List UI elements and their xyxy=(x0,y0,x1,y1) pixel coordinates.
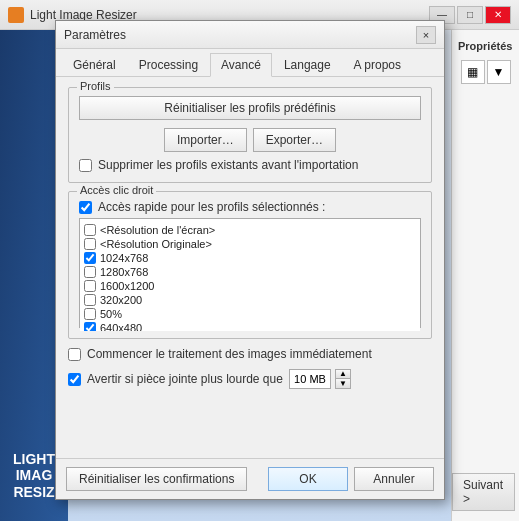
profile-label-7: 640x480 xyxy=(100,322,142,331)
dialog-content: Profils Réinitialiser les profils prédéf… xyxy=(56,77,444,458)
profile-label-5: 320x200 xyxy=(100,294,142,306)
size-input[interactable] xyxy=(289,369,331,389)
acces-group-label: Accès clic droit xyxy=(77,184,156,196)
reset-confirmations-button[interactable]: Réinitialiser les confirmations xyxy=(66,467,247,491)
avertir-row: Avertir si pièce jointe plus lourde que … xyxy=(68,369,432,389)
profile-label-3: 1280x768 xyxy=(100,266,148,278)
profile-label-2: 1024x768 xyxy=(100,252,148,264)
tab-general[interactable]: Général xyxy=(62,53,127,76)
settings-dialog: Paramètres × Général Processing Avancé L… xyxy=(55,20,445,500)
list-item: 50% xyxy=(82,307,418,321)
profile-checkbox-2[interactable] xyxy=(84,252,96,264)
list-item: 320x200 xyxy=(82,293,418,307)
export-button[interactable]: Exporter… xyxy=(253,128,336,152)
list-item: 1280x768 xyxy=(82,265,418,279)
list-item: 1600x1200 xyxy=(82,279,418,293)
profile-label-4: 1600x1200 xyxy=(100,280,154,292)
profile-list-container: <Résolution de l'écran> <Résolution Orig… xyxy=(79,218,421,328)
tab-bar: Général Processing Avancé Langage A prop… xyxy=(56,49,444,77)
ok-button[interactable]: OK xyxy=(268,467,348,491)
profile-checkbox-7[interactable] xyxy=(84,322,96,331)
suppress-profiles-row: Supprimer les profils existants avant l'… xyxy=(79,158,421,172)
dialog-close-button[interactable]: × xyxy=(416,26,436,44)
size-spinner: ▲ ▼ xyxy=(289,369,351,389)
dialog-title: Paramètres xyxy=(64,28,416,42)
acces-rapide-label: Accès rapide pour les profils sélectionn… xyxy=(98,200,325,214)
profile-checkbox-4[interactable] xyxy=(84,280,96,292)
tab-langage[interactable]: Langage xyxy=(273,53,342,76)
spin-up-button[interactable]: ▲ xyxy=(336,370,350,379)
profile-label-1: <Résolution Originale> xyxy=(100,238,212,250)
maximize-button[interactable]: □ xyxy=(457,6,483,24)
view-icon-1[interactable]: ▦ xyxy=(461,60,485,84)
view-icon-2[interactable]: ▼ xyxy=(487,60,511,84)
right-panel: Propriétés ▦ ▼ Suivant > xyxy=(451,30,519,521)
app-close-button[interactable]: ✕ xyxy=(485,6,511,24)
properties-header: Propriétés xyxy=(452,38,519,54)
profils-group: Profils Réinitialiser les profils prédéf… xyxy=(68,87,432,183)
list-item: 640x480 xyxy=(82,321,418,331)
list-item: 1024x768 xyxy=(82,251,418,265)
list-item: <Résolution de l'écran> xyxy=(82,223,418,237)
acces-rapide-row: Accès rapide pour les profils sélectionn… xyxy=(79,200,421,214)
traitement-immediat-row: Commencer le traitement des images imméd… xyxy=(68,347,432,361)
avertir-label: Avertir si pièce jointe plus lourde que xyxy=(87,372,283,386)
right-icon-row: ▦ ▼ xyxy=(457,58,515,86)
spinner-buttons: ▲ ▼ xyxy=(335,369,351,389)
import-button[interactable]: Importer… xyxy=(164,128,247,152)
traitement-immediat-checkbox[interactable] xyxy=(68,348,81,361)
dialog-titlebar: Paramètres × xyxy=(56,21,444,49)
cancel-button[interactable]: Annuler xyxy=(354,467,434,491)
import-export-row: Importer… Exporter… xyxy=(79,128,421,152)
spin-down-button[interactable]: ▼ xyxy=(336,379,350,388)
acces-clic-droit-group: Accès clic droit Accès rapide pour les p… xyxy=(68,191,432,339)
traitement-immediat-label: Commencer le traitement des images imméd… xyxy=(87,347,372,361)
tab-apropos[interactable]: A propos xyxy=(343,53,412,76)
profile-checkbox-3[interactable] xyxy=(84,266,96,278)
profile-checkbox-6[interactable] xyxy=(84,308,96,320)
acces-rapide-checkbox[interactable] xyxy=(79,201,92,214)
profile-checkbox-0[interactable] xyxy=(84,224,96,236)
suivant-button[interactable]: Suivant > xyxy=(452,473,515,511)
profile-checkbox-5[interactable] xyxy=(84,294,96,306)
avertir-checkbox[interactable] xyxy=(68,373,81,386)
app-icon xyxy=(8,7,24,23)
tab-avance[interactable]: Avancé xyxy=(210,53,272,77)
brand-text: LIGHT IMAG RESIZ xyxy=(13,451,55,501)
profile-label-0: <Résolution de l'écran> xyxy=(100,224,215,236)
suppress-profiles-checkbox[interactable] xyxy=(79,159,92,172)
dialog-footer: Réinitialiser les confirmations OK Annul… xyxy=(56,458,444,499)
reset-profiles-button[interactable]: Réinitialiser les profils prédéfinis xyxy=(79,96,421,120)
footer-right-buttons: OK Annuler xyxy=(268,467,434,491)
profile-list[interactable]: <Résolution de l'écran> <Résolution Orig… xyxy=(80,221,420,331)
profils-group-label: Profils xyxy=(77,80,114,92)
tab-processing[interactable]: Processing xyxy=(128,53,209,76)
profile-label-6: 50% xyxy=(100,308,122,320)
suppress-profiles-label: Supprimer les profils existants avant l'… xyxy=(98,158,358,172)
list-item: <Résolution Originale> xyxy=(82,237,418,251)
profile-checkbox-1[interactable] xyxy=(84,238,96,250)
